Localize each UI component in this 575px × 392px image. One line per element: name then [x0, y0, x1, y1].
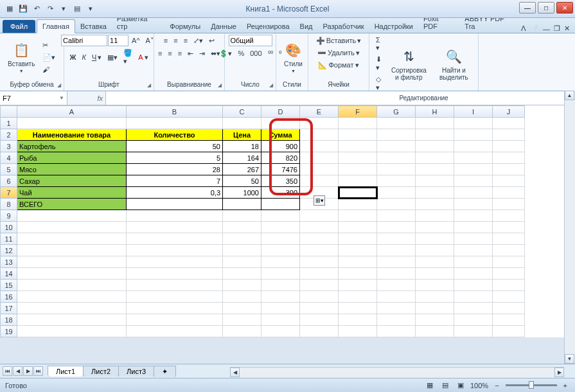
- cell-C15[interactable]: [223, 280, 261, 291]
- cell-D10[interactable]: [261, 222, 300, 233]
- cell-D11[interactable]: [261, 233, 300, 245]
- scroll-up-icon[interactable]: ▲: [565, 91, 574, 100]
- cell-B18[interactable]: [127, 314, 223, 326]
- formula-input[interactable]: [106, 91, 565, 105]
- cell-I13[interactable]: [454, 256, 493, 268]
- vertical-scrollbar[interactable]: ▲ ▼: [564, 91, 575, 364]
- tab-insert[interactable]: Вставка: [75, 20, 112, 33]
- cell-D12[interactable]: [261, 245, 300, 256]
- cell-H16[interactable]: [416, 291, 454, 303]
- doc-close-icon[interactable]: ✕: [564, 24, 570, 33]
- row-header-6[interactable]: 6: [1, 175, 17, 187]
- cell-B8[interactable]: [127, 199, 223, 210]
- cell-C8[interactable]: [223, 199, 261, 210]
- cell-B6[interactable]: 7: [127, 175, 223, 187]
- sheet-nav-prev-icon[interactable]: ◀: [13, 366, 22, 376]
- cell-H11[interactable]: [416, 233, 454, 245]
- row-header-17[interactable]: 17: [1, 303, 17, 314]
- indent-dec-icon[interactable]: ⇤: [185, 48, 196, 59]
- cell-H15[interactable]: [416, 280, 454, 291]
- cell-E19[interactable]: [300, 326, 339, 337]
- cell-H14[interactable]: [416, 268, 454, 280]
- autosum-icon[interactable]: Σ ▾: [373, 35, 384, 53]
- align-bot-icon[interactable]: ≡: [181, 35, 190, 46]
- cells-delete-button[interactable]: ➖ Удалить ▾: [315, 47, 362, 58]
- cell-I3[interactable]: [454, 141, 493, 152]
- cell-G9[interactable]: [377, 210, 416, 222]
- cell-G5[interactable]: [377, 164, 416, 175]
- cell-H12[interactable]: [416, 245, 454, 256]
- cells-format-button[interactable]: 📐 Формат ▾: [315, 59, 361, 71]
- minimize-button[interactable]: —: [519, 2, 536, 13]
- cell-J15[interactable]: [493, 280, 525, 291]
- col-header-J[interactable]: J: [493, 106, 525, 118]
- fill-icon[interactable]: ⬇ ▾: [373, 54, 384, 73]
- cell-B2[interactable]: Количество: [127, 129, 223, 141]
- cell-D18[interactable]: [261, 314, 300, 326]
- border-icon[interactable]: ▦▾: [105, 48, 120, 67]
- cell-J10[interactable]: [493, 222, 525, 233]
- cell-H8[interactable]: [416, 199, 454, 210]
- cell-G19[interactable]: [377, 326, 416, 337]
- cell-E17[interactable]: [300, 303, 339, 314]
- font-color-icon[interactable]: A▾: [136, 48, 150, 67]
- cell-G15[interactable]: [377, 280, 416, 291]
- dialog-launcher-icon[interactable]: ◢: [269, 82, 273, 88]
- cut-icon[interactable]: ✂: [40, 39, 58, 51]
- cell-G18[interactable]: [377, 314, 416, 326]
- redo-icon[interactable]: ↷: [44, 3, 56, 15]
- cell-G8[interactable]: [377, 199, 416, 210]
- row-header-3[interactable]: 3: [1, 141, 17, 152]
- cell-F15[interactable]: [339, 280, 377, 291]
- dialog-launcher-icon[interactable]: ◢: [147, 82, 151, 88]
- cell-A3[interactable]: Картофель: [17, 141, 127, 152]
- col-header-I[interactable]: I: [454, 106, 493, 118]
- cell-C12[interactable]: [223, 245, 261, 256]
- scroll-right-icon[interactable]: ▶: [554, 368, 564, 377]
- tab-addins[interactable]: Надстройки: [369, 20, 418, 33]
- cell-D3[interactable]: 900: [261, 141, 300, 152]
- cell-C19[interactable]: [223, 326, 261, 337]
- cell-D15[interactable]: [261, 280, 300, 291]
- cell-E16[interactable]: [300, 291, 339, 303]
- cell-F17[interactable]: [339, 303, 377, 314]
- cell-G14[interactable]: [377, 268, 416, 280]
- cell-G16[interactable]: [377, 291, 416, 303]
- col-header-F[interactable]: F: [339, 106, 377, 118]
- maximize-button[interactable]: □: [538, 2, 554, 13]
- cell-G12[interactable]: [377, 245, 416, 256]
- zoom-level[interactable]: 100%: [470, 382, 488, 389]
- row-header-4[interactable]: 4: [1, 152, 17, 164]
- cell-C3[interactable]: 18: [223, 141, 261, 152]
- cell-E6[interactable]: [300, 175, 339, 187]
- cell-B1[interactable]: [127, 118, 223, 129]
- cell-I8[interactable]: [454, 199, 493, 210]
- cell-A17[interactable]: [17, 303, 127, 314]
- cell-G7[interactable]: [377, 187, 416, 199]
- zoom-slider[interactable]: [506, 384, 557, 386]
- row-header-7[interactable]: 7: [1, 187, 17, 199]
- cell-E11[interactable]: [300, 233, 339, 245]
- cell-A5[interactable]: Мясо: [17, 164, 127, 175]
- tab-data[interactable]: Данные: [206, 20, 242, 33]
- sheet-nav-first-icon[interactable]: ⏮: [3, 366, 12, 376]
- spreadsheet-grid[interactable]: ABCDEFGHIJ12Наименование товараКоличеств…: [0, 105, 575, 337]
- italic-button[interactable]: К: [79, 48, 88, 67]
- cell-H19[interactable]: [416, 326, 454, 337]
- save-icon[interactable]: 💾: [17, 3, 29, 15]
- cell-F6[interactable]: [339, 175, 377, 187]
- row-header-9[interactable]: 9: [1, 210, 17, 222]
- cells-insert-button[interactable]: ➕ Вставить ▾: [314, 35, 364, 46]
- cell-C2[interactable]: Цена: [223, 129, 261, 141]
- cell-F14[interactable]: [339, 268, 377, 280]
- cell-F3[interactable]: [339, 141, 377, 152]
- row-header-12[interactable]: 12: [1, 245, 17, 256]
- currency-icon[interactable]: 💲▾: [217, 48, 234, 59]
- col-header-A[interactable]: A: [17, 106, 127, 118]
- undo-icon[interactable]: ↶: [31, 3, 42, 15]
- cell-J5[interactable]: [493, 164, 525, 175]
- cell-C13[interactable]: [223, 256, 261, 268]
- cell-C10[interactable]: [223, 222, 261, 233]
- cell-I1[interactable]: [454, 118, 493, 129]
- find-select-button[interactable]: 🔍Найти и выделить: [434, 45, 474, 84]
